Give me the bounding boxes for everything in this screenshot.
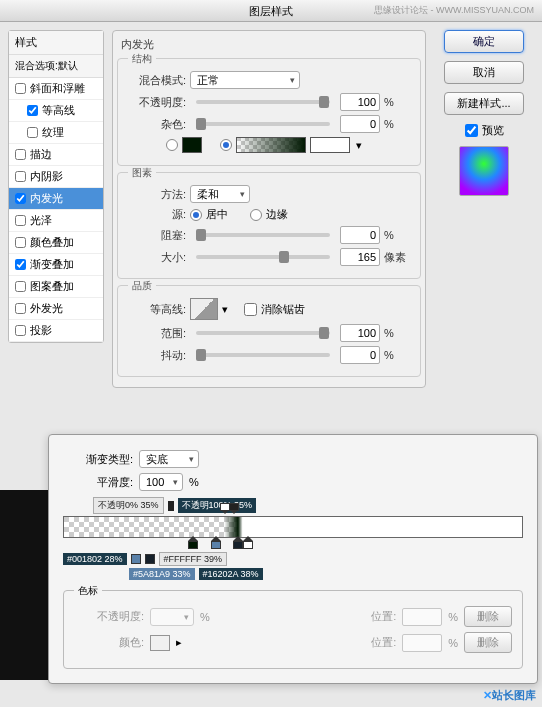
- texture-check[interactable]: [27, 127, 38, 138]
- color-stop-1[interactable]: [188, 539, 198, 551]
- preview-check-row: 预览: [465, 123, 504, 138]
- outerglow-check[interactable]: [15, 303, 26, 314]
- quality-section: 品质 等高线: ▾ 消除锯齿 范围: % 抖动:: [117, 285, 421, 377]
- style-stroke[interactable]: 描边: [9, 144, 103, 166]
- opstop1-tag: 不透明0% 35%: [93, 497, 164, 514]
- innerglow-panel: 内发光 结构 混合模式: 正常 不透明度: % 杂色: %: [112, 30, 426, 388]
- style-texture[interactable]: 纹理: [9, 122, 103, 144]
- choke-slider[interactable]: [196, 233, 330, 237]
- contour-check[interactable]: [27, 105, 38, 116]
- gradient-bar[interactable]: [63, 516, 523, 538]
- gradient-strip[interactable]: [236, 137, 306, 153]
- noise-input[interactable]: [340, 115, 380, 133]
- style-header: 样式: [9, 31, 103, 55]
- contour-picker[interactable]: [190, 298, 218, 320]
- satin-check[interactable]: [15, 215, 26, 226]
- structure-section: 结构 混合模式: 正常 不透明度: % 杂色: %: [117, 58, 421, 166]
- cstop1-tag: #001802 28%: [63, 553, 127, 565]
- stop-opacity-select[interactable]: [150, 608, 194, 626]
- source-edge-radio[interactable]: [250, 209, 262, 221]
- opacity-label: 不透明度:: [126, 95, 186, 110]
- color-grad-radio[interactable]: [220, 139, 232, 151]
- preview-check[interactable]: [465, 124, 478, 137]
- jitter-input[interactable]: [340, 346, 380, 364]
- style-contour[interactable]: 等高线: [9, 100, 103, 122]
- gradient-endcolor[interactable]: [310, 137, 350, 153]
- tech-select[interactable]: 柔和: [190, 185, 250, 203]
- style-subheader[interactable]: 混合选项:默认: [9, 55, 103, 78]
- tech-label: 方法:: [126, 187, 186, 202]
- size-input[interactable]: [340, 248, 380, 266]
- stops-subbox: 色标 不透明度: % 位置: % 删除 颜色: ▸ 位置: % 删除: [63, 590, 523, 669]
- smooth-select[interactable]: 100: [139, 473, 183, 491]
- cstop3-tag: #16202A 38%: [199, 568, 263, 580]
- style-innershadow[interactable]: 内阴影: [9, 166, 103, 188]
- blend-label: 混合模式:: [126, 73, 186, 88]
- source-label: 源:: [126, 207, 186, 222]
- stop-color-swatch[interactable]: [150, 635, 170, 651]
- color-solid-radio[interactable]: [166, 139, 178, 151]
- delete2-button[interactable]: 删除: [464, 632, 512, 653]
- cancel-button[interactable]: 取消: [444, 61, 524, 84]
- opacity-slider[interactable]: [196, 100, 330, 104]
- noise-label: 杂色:: [126, 117, 186, 132]
- opstop2-tag: 不透明100% 35%: [178, 498, 257, 513]
- blend-select[interactable]: 正常: [190, 71, 300, 89]
- style-coloroverlay[interactable]: 颜色叠加: [9, 232, 103, 254]
- style-list: 样式 混合选项:默认 斜面和浮雕 等高线 纹理 描边 内阴影 内发光 光泽 颜色…: [8, 30, 104, 343]
- pos1-label: 位置:: [371, 609, 396, 624]
- smooth-label: 平滑度:: [63, 475, 133, 490]
- choke-input[interactable]: [340, 226, 380, 244]
- stroke-check[interactable]: [15, 149, 26, 160]
- window-title: 图层样式: [249, 5, 293, 17]
- footer-logo: ✕站长图库: [483, 688, 536, 703]
- pos2-label: 位置:: [371, 635, 396, 650]
- ok-button[interactable]: 确定: [444, 30, 524, 53]
- patternoverlay-check[interactable]: [15, 281, 26, 292]
- panel-title: 内发光: [117, 35, 421, 58]
- aa-label: 消除锯齿: [261, 302, 305, 317]
- choke-label: 阻塞:: [126, 228, 186, 243]
- innerglow-check[interactable]: [15, 193, 26, 204]
- innershadow-check[interactable]: [15, 171, 26, 182]
- color-stop-4[interactable]: [243, 539, 253, 551]
- size-label: 大小:: [126, 250, 186, 265]
- style-patternoverlay[interactable]: 图案叠加: [9, 276, 103, 298]
- dropshadow-check[interactable]: [15, 325, 26, 336]
- contour-label: 等高线:: [126, 302, 186, 317]
- cstop4-tag: #FFFFFF 39%: [159, 552, 228, 566]
- bevel-check[interactable]: [15, 83, 26, 94]
- dark-background: [0, 490, 48, 680]
- style-gradoverlay[interactable]: 渐变叠加: [9, 254, 103, 276]
- solid-swatch[interactable]: [182, 137, 202, 153]
- source-center-radio[interactable]: [190, 209, 202, 221]
- stop-color-label: 颜色:: [74, 635, 144, 650]
- stops-legend: 色标: [74, 584, 102, 598]
- opacity-input[interactable]: [340, 93, 380, 111]
- element-legend: 图素: [128, 166, 156, 180]
- style-satin[interactable]: 光泽: [9, 210, 103, 232]
- coloroverlay-check[interactable]: [15, 237, 26, 248]
- style-bevel[interactable]: 斜面和浮雕: [9, 78, 103, 100]
- style-outerglow[interactable]: 外发光: [9, 298, 103, 320]
- quality-legend: 品质: [128, 279, 156, 293]
- gradtype-select[interactable]: 实底: [139, 450, 199, 468]
- size-slider[interactable]: [196, 255, 330, 259]
- pos2-input[interactable]: [402, 634, 442, 652]
- delete1-button[interactable]: 删除: [464, 606, 512, 627]
- pos1-input[interactable]: [402, 608, 442, 626]
- opacity-stop-2[interactable]: [229, 507, 239, 517]
- noise-slider[interactable]: [196, 122, 330, 126]
- range-input[interactable]: [340, 324, 380, 342]
- color-stop-2[interactable]: [211, 539, 221, 551]
- style-dropshadow[interactable]: 投影: [9, 320, 103, 342]
- gradoverlay-check[interactable]: [15, 259, 26, 270]
- jitter-slider[interactable]: [196, 353, 330, 357]
- gradtype-label: 渐变类型:: [63, 452, 133, 467]
- style-innerglow[interactable]: 内发光: [9, 188, 103, 210]
- preview-thumb: [459, 146, 509, 196]
- preview-label: 预览: [482, 123, 504, 138]
- aa-check[interactable]: [244, 303, 257, 316]
- range-slider[interactable]: [196, 331, 330, 335]
- newstyle-button[interactable]: 新建样式...: [444, 92, 524, 115]
